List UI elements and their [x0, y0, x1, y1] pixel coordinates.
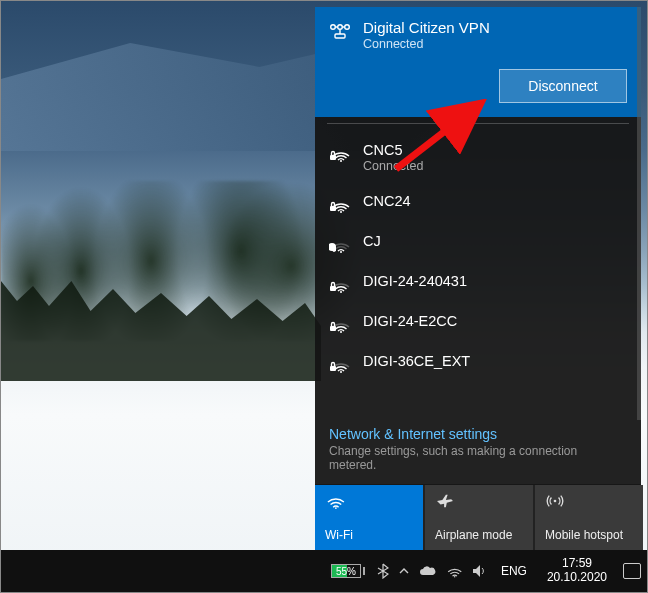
svg-rect-5 [330, 155, 336, 160]
onedrive-icon[interactable] [419, 565, 437, 577]
hotspot-icon [545, 493, 565, 509]
date: 20.10.2020 [547, 571, 607, 585]
qa-label: Wi-Fi [325, 528, 413, 542]
vpn-name: Digital Citizen VPN [363, 19, 490, 36]
qa-label: Airplane mode [435, 528, 523, 542]
vpn-header[interactable]: Digital Citizen VPN Connected Disconnect [315, 7, 641, 117]
bluetooth-icon[interactable] [377, 563, 389, 579]
divider [327, 123, 629, 124]
quick-action-wifi[interactable]: Wi-Fi [315, 485, 423, 550]
language-indicator[interactable]: ENG [497, 564, 531, 578]
disconnect-button[interactable]: Disconnect [499, 69, 627, 103]
wifi-secured-icon [329, 313, 351, 333]
svg-point-6 [340, 211, 342, 213]
quick-actions-row: Wi-Fi Airplane mode Mobile hotspot [315, 484, 641, 550]
svg-point-4 [340, 160, 342, 162]
wifi-icon [325, 493, 345, 509]
svg-point-1 [331, 25, 336, 30]
scrollbar[interactable] [637, 7, 641, 420]
wifi-item-digi-24-240431[interactable]: DIGI-24-240431 [315, 263, 641, 303]
svg-point-14 [340, 371, 342, 373]
wifi-status: Connected [363, 159, 423, 173]
wifi-item-digi-36ce-ext[interactable]: DIGI-36CE_EXT [315, 343, 641, 383]
wifi-name: DIGI-36CE_EXT [363, 353, 470, 369]
wifi-open-icon: ! [329, 233, 351, 253]
wifi-secured-icon [329, 273, 351, 293]
wifi-name: DIGI-24-E2CC [363, 313, 457, 329]
svg-point-16 [335, 507, 337, 509]
wifi-item-digi-24-e2cc[interactable]: DIGI-24-E2CC [315, 303, 641, 343]
svg-text:!: ! [333, 245, 335, 252]
wifi-secured-icon [329, 193, 351, 213]
battery-percent: 55% [336, 566, 356, 577]
tray-icons [377, 563, 487, 579]
airplane-icon [435, 493, 455, 509]
chevron-up-icon[interactable] [398, 566, 410, 576]
wifi-name: DIGI-24-240431 [363, 273, 467, 289]
svg-point-18 [454, 576, 455, 577]
wifi-item-cnc24[interactable]: CNC24 [315, 183, 641, 223]
wifi-tray-icon[interactable] [446, 564, 462, 578]
disconnect-label: Disconnect [528, 78, 597, 94]
wifi-name: CNC5 [363, 142, 423, 158]
svg-point-10 [340, 291, 342, 293]
svg-rect-11 [330, 286, 336, 291]
svg-rect-15 [330, 366, 336, 371]
svg-rect-3 [335, 34, 345, 38]
quick-action-hotspot[interactable]: Mobile hotspot [535, 485, 643, 550]
volume-icon[interactable] [471, 564, 487, 578]
wifi-item-cj[interactable]: ! CJ [315, 223, 641, 263]
qa-label: Mobile hotspot [545, 528, 633, 542]
vpn-icon [329, 19, 351, 39]
vpn-status: Connected [363, 37, 490, 51]
network-flyout: Digital Citizen VPN Connected Disconnect… [315, 7, 641, 550]
svg-rect-13 [330, 326, 336, 331]
svg-point-2 [345, 25, 350, 30]
battery-indicator[interactable]: 55% [329, 563, 367, 579]
action-center-icon[interactable] [623, 563, 641, 579]
wifi-secured-icon [329, 353, 351, 373]
svg-rect-7 [330, 206, 336, 211]
svg-point-8 [340, 251, 342, 253]
wifi-network-list: CNC5 Connected CNC24 ! CJ [315, 130, 641, 416]
settings-subtitle: Change settings, such as making a connec… [329, 444, 627, 472]
svg-point-12 [340, 331, 342, 333]
svg-point-0 [338, 25, 343, 30]
wifi-name: CNC24 [363, 193, 411, 209]
quick-action-airplane[interactable]: Airplane mode [425, 485, 533, 550]
wifi-name: CJ [363, 233, 381, 249]
taskbar: 55% ENG 17:59 20.10.2020 [1, 550, 647, 592]
wifi-secured-icon [329, 142, 351, 162]
wifi-item-cnc5[interactable]: CNC5 Connected [315, 132, 641, 183]
network-settings-link[interactable]: Network & Internet settings Change setti… [315, 416, 641, 484]
time: 17:59 [547, 557, 607, 571]
svg-point-17 [554, 500, 557, 503]
clock[interactable]: 17:59 20.10.2020 [541, 557, 613, 585]
settings-title: Network & Internet settings [329, 426, 627, 442]
